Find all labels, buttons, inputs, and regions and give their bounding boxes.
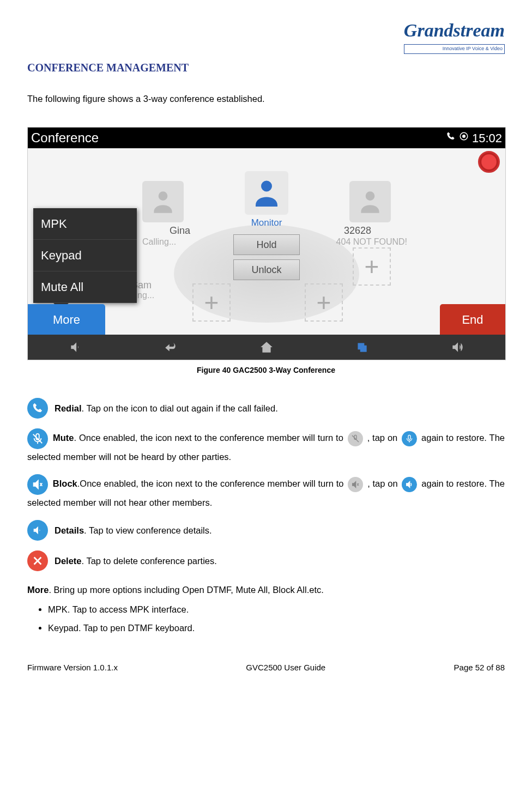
nav-volume-down[interactable] bbox=[28, 335, 123, 360]
unlock-button[interactable]: Unlock bbox=[233, 259, 300, 280]
nav-home[interactable] bbox=[219, 335, 314, 360]
intro-text: The following figure shows a 3-way confe… bbox=[27, 92, 505, 106]
block-label: Block bbox=[53, 479, 77, 489]
avatar-left[interactable] bbox=[142, 181, 184, 222]
avatar-right[interactable] bbox=[349, 181, 391, 222]
brand-tagline: Innovative IP Voice & Video bbox=[404, 44, 505, 54]
nav-volume-up[interactable] bbox=[410, 335, 505, 360]
mute-icon bbox=[27, 428, 48, 449]
more-item-keypad: Keypad. Tap to pen DTMF keyboard. bbox=[48, 620, 505, 635]
redial-text: . Tap on the icon to dial out again if t… bbox=[82, 403, 278, 413]
nav-back[interactable] bbox=[123, 335, 219, 360]
add-slot-br[interactable]: + bbox=[305, 283, 343, 322]
section-heading: CONFERENCE MANAGEMENT bbox=[27, 59, 505, 76]
delete-label: Delete bbox=[55, 556, 82, 566]
redial-icon bbox=[27, 398, 48, 419]
status-bar: Conference 15:02 bbox=[28, 128, 505, 148]
nav-bar bbox=[28, 335, 505, 360]
page-footer: Firmware Version 1.0.1.x GVC2500 User Gu… bbox=[27, 645, 505, 674]
left-user-status: Calling... bbox=[142, 235, 176, 249]
conference-screenshot: Conference 15:02 Monitor Gi bbox=[27, 127, 506, 360]
mute-label: Mute bbox=[53, 433, 74, 443]
footer-center: GVC2500 User Guide bbox=[246, 662, 325, 674]
mute-state-icon bbox=[348, 431, 363, 446]
block-text-2: , tap on bbox=[367, 479, 400, 489]
more-text: . Bring up more options including Open D… bbox=[49, 585, 323, 595]
def-more: More. Bring up more options including Op… bbox=[27, 582, 505, 635]
center-user-label: Monitor bbox=[251, 216, 282, 230]
redial-label: Redial bbox=[55, 403, 82, 413]
phone-icon bbox=[446, 131, 456, 146]
footer-left: Firmware Version 1.0.1.x bbox=[27, 662, 118, 674]
block-text-1: .Once enabled, the icon next to the conf… bbox=[77, 479, 347, 489]
def-mute: Mute. Once enabled, the icon next to the… bbox=[27, 428, 505, 464]
brand-name: Grandstream bbox=[404, 16, 505, 44]
popup-item-muteall[interactable]: Mute All bbox=[33, 271, 137, 303]
clock-text: 15:02 bbox=[472, 129, 502, 147]
add-slot-right[interactable]: + bbox=[353, 247, 391, 286]
nav-recent[interactable] bbox=[315, 335, 410, 360]
details-label: Details bbox=[55, 525, 84, 535]
block-state-icon bbox=[348, 477, 363, 492]
unblock-icon bbox=[402, 477, 417, 492]
hold-button[interactable]: Hold bbox=[233, 234, 300, 255]
svg-rect-3 bbox=[360, 346, 367, 352]
mute-text-1: . Once enabled, the icon next to the con… bbox=[74, 433, 346, 443]
figure-caption: Figure 40 GAC2500 3-Way Conference bbox=[27, 365, 505, 376]
more-item-mpk: MPK. Tap to access MPK interface. bbox=[48, 602, 505, 617]
details-icon bbox=[27, 520, 48, 541]
record-indicator-icon bbox=[459, 131, 469, 146]
popup-item-mpk[interactable]: MPK bbox=[33, 208, 137, 240]
delete-icon bbox=[27, 550, 48, 571]
more-popup: MPK Keypad Mute All bbox=[33, 208, 137, 303]
record-button[interactable] bbox=[478, 151, 500, 173]
right-user-status: 404 NOT FOUND! bbox=[336, 235, 407, 249]
svg-point-1 bbox=[462, 135, 466, 138]
footer-right: Page 52 of 88 bbox=[454, 662, 505, 674]
avatar-center[interactable] bbox=[245, 171, 288, 215]
def-details: Details. Tap to view conference details. bbox=[27, 520, 505, 541]
mute-text-2: , tap on bbox=[367, 433, 401, 443]
brand-logo: Grandstream Innovative IP Voice & Video bbox=[27, 16, 505, 54]
def-redial: Redial. Tap on the icon to dial out agai… bbox=[27, 398, 505, 419]
delete-text: . Tap to delete conference parties. bbox=[82, 556, 217, 566]
more-button[interactable]: More bbox=[28, 304, 105, 335]
def-block: Block.Once enabled, the icon next to the… bbox=[27, 474, 505, 510]
end-button[interactable]: End bbox=[440, 304, 505, 335]
add-slot-bl[interactable]: + bbox=[192, 283, 231, 322]
def-delete: Delete. Tap to delete conference parties… bbox=[27, 550, 505, 571]
block-icon bbox=[27, 474, 48, 495]
unmute-icon bbox=[402, 431, 417, 446]
details-text: . Tap to view conference details. bbox=[84, 525, 212, 535]
screen-title: Conference bbox=[31, 128, 446, 148]
more-label: More bbox=[27, 585, 49, 595]
popup-item-keypad[interactable]: Keypad bbox=[33, 240, 137, 271]
